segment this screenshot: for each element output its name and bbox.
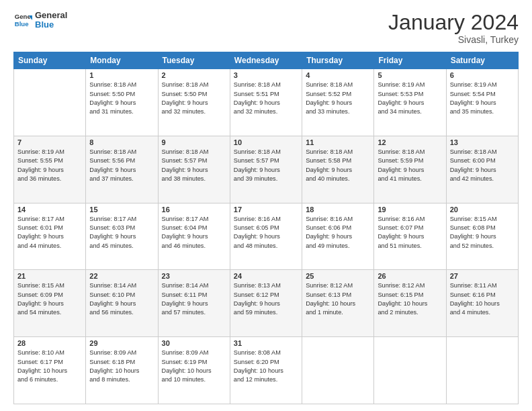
- calendar-cell: 4Sunrise: 8:18 AMSunset: 5:52 PMDaylight…: [302, 69, 374, 136]
- calendar-cell: 16Sunrise: 8:17 AMSunset: 6:04 PMDayligh…: [158, 203, 230, 270]
- day-info: Sunrise: 8:16 AMSunset: 6:06 PMDaylight:…: [306, 215, 370, 250]
- day-info: Sunrise: 8:19 AMSunset: 5:53 PMDaylight:…: [378, 81, 442, 116]
- calendar-cell: 12Sunrise: 8:18 AMSunset: 5:59 PMDayligh…: [374, 136, 446, 203]
- day-info: Sunrise: 8:14 AMSunset: 6:10 PMDaylight:…: [89, 281, 154, 317]
- day-number: 28: [17, 339, 82, 347]
- day-info: Sunrise: 8:17 AMSunset: 6:01 PMDaylight:…: [17, 215, 82, 250]
- month-title: January 2024: [388, 11, 519, 34]
- calendar-table: SundayMondayTuesdayWednesdayThursdayFrid…: [13, 52, 519, 404]
- calendar-cell: 14Sunrise: 8:17 AMSunset: 6:01 PMDayligh…: [14, 203, 86, 270]
- calendar-cell: 27Sunrise: 8:11 AMSunset: 6:16 PMDayligh…: [446, 270, 518, 337]
- day-number: 5: [378, 71, 442, 79]
- day-number: 23: [162, 272, 226, 280]
- calendar-cell: 18Sunrise: 8:16 AMSunset: 6:06 PMDayligh…: [302, 203, 374, 270]
- day-number: 29: [89, 339, 154, 347]
- day-info: Sunrise: 8:17 AMSunset: 6:04 PMDaylight:…: [162, 215, 226, 250]
- day-info: Sunrise: 8:14 AMSunset: 6:11 PMDaylight:…: [162, 281, 226, 317]
- day-info: Sunrise: 8:09 AMSunset: 6:19 PMDaylight:…: [162, 349, 226, 384]
- day-number: 12: [378, 138, 442, 146]
- header-day: Thursday: [302, 52, 374, 69]
- calendar-cell: 2Sunrise: 8:18 AMSunset: 5:50 PMDaylight…: [158, 69, 230, 136]
- day-number: 17: [234, 205, 298, 214]
- calendar-cell: 5Sunrise: 8:19 AMSunset: 5:53 PMDaylight…: [374, 69, 446, 136]
- calendar-cell: 24Sunrise: 8:13 AMSunset: 6:12 PMDayligh…: [230, 270, 302, 337]
- calendar-cell: 28Sunrise: 8:10 AMSunset: 6:17 PMDayligh…: [14, 337, 86, 404]
- day-number: 30: [162, 339, 226, 347]
- day-number: 26: [378, 272, 442, 280]
- day-info: Sunrise: 8:12 AMSunset: 6:13 PMDaylight:…: [306, 281, 370, 317]
- location: Sivasli, Turkey: [388, 34, 519, 45]
- calendar-cell: [14, 69, 86, 136]
- calendar-cell: 29Sunrise: 8:09 AMSunset: 6:18 PMDayligh…: [86, 337, 158, 404]
- calendar-cell: 11Sunrise: 8:18 AMSunset: 5:58 PMDayligh…: [302, 136, 374, 203]
- day-number: 1: [89, 71, 154, 79]
- day-info: Sunrise: 8:18 AMSunset: 5:52 PMDaylight:…: [306, 81, 370, 116]
- calendar-cell: 3Sunrise: 8:18 AMSunset: 5:51 PMDaylight…: [230, 69, 302, 136]
- day-info: Sunrise: 8:18 AMSunset: 5:57 PMDaylight:…: [162, 148, 226, 183]
- calendar-cell: 21Sunrise: 8:15 AMSunset: 6:09 PMDayligh…: [14, 270, 86, 337]
- header-day: Wednesday: [230, 52, 302, 69]
- day-info: Sunrise: 8:18 AMSunset: 5:51 PMDaylight:…: [234, 81, 298, 116]
- day-info: Sunrise: 8:08 AMSunset: 6:20 PMDaylight:…: [234, 349, 298, 384]
- svg-text:Blue: Blue: [15, 20, 29, 28]
- calendar-cell: 19Sunrise: 8:16 AMSunset: 6:07 PMDayligh…: [374, 203, 446, 270]
- day-info: Sunrise: 8:12 AMSunset: 6:15 PMDaylight:…: [378, 281, 442, 317]
- day-number: 3: [234, 71, 298, 79]
- header-day: Saturday: [446, 52, 518, 69]
- day-number: 6: [450, 71, 515, 79]
- calendar-cell: 22Sunrise: 8:14 AMSunset: 6:10 PMDayligh…: [86, 270, 158, 337]
- day-number: 2: [162, 71, 226, 79]
- day-info: Sunrise: 8:19 AMSunset: 5:54 PMDaylight:…: [450, 81, 515, 116]
- day-info: Sunrise: 8:11 AMSunset: 6:16 PMDaylight:…: [450, 281, 515, 317]
- day-info: Sunrise: 8:18 AMSunset: 6:00 PMDaylight:…: [450, 148, 515, 183]
- day-number: 9: [162, 138, 226, 146]
- day-info: Sunrise: 8:09 AMSunset: 6:18 PMDaylight:…: [89, 349, 154, 384]
- day-number: 19: [378, 205, 442, 214]
- day-number: 11: [306, 138, 370, 146]
- calendar-cell: [446, 337, 518, 404]
- calendar-cell: 20Sunrise: 8:15 AMSunset: 6:08 PMDayligh…: [446, 203, 518, 270]
- calendar-cell: 30Sunrise: 8:09 AMSunset: 6:19 PMDayligh…: [158, 337, 230, 404]
- calendar-cell: 6Sunrise: 8:19 AMSunset: 5:54 PMDaylight…: [446, 69, 518, 136]
- day-number: 20: [450, 205, 515, 214]
- day-number: 31: [234, 339, 298, 347]
- day-number: 25: [306, 272, 370, 280]
- day-info: Sunrise: 8:10 AMSunset: 6:17 PMDaylight:…: [17, 349, 82, 384]
- header-day: Sunday: [14, 52, 86, 69]
- calendar-cell: 26Sunrise: 8:12 AMSunset: 6:15 PMDayligh…: [374, 270, 446, 337]
- calendar-cell: 13Sunrise: 8:18 AMSunset: 6:00 PMDayligh…: [446, 136, 518, 203]
- day-number: 24: [234, 272, 298, 280]
- day-info: Sunrise: 8:15 AMSunset: 6:09 PMDaylight:…: [17, 281, 82, 317]
- logo-line1: General: [35, 11, 67, 20]
- calendar-cell: 7Sunrise: 8:19 AMSunset: 5:55 PMDaylight…: [14, 136, 86, 203]
- calendar-cell: 10Sunrise: 8:18 AMSunset: 5:57 PMDayligh…: [230, 136, 302, 203]
- calendar-cell: 9Sunrise: 8:18 AMSunset: 5:57 PMDaylight…: [158, 136, 230, 203]
- calendar-cell: [302, 337, 374, 404]
- day-info: Sunrise: 8:19 AMSunset: 5:55 PMDaylight:…: [17, 148, 82, 183]
- calendar-cell: 1Sunrise: 8:18 AMSunset: 5:50 PMDaylight…: [86, 69, 158, 136]
- day-number: 10: [234, 138, 298, 146]
- calendar-cell: 31Sunrise: 8:08 AMSunset: 6:20 PMDayligh…: [230, 337, 302, 404]
- day-number: 7: [17, 138, 82, 146]
- day-number: 8: [89, 138, 154, 146]
- day-info: Sunrise: 8:15 AMSunset: 6:08 PMDaylight:…: [450, 215, 515, 250]
- day-info: Sunrise: 8:18 AMSunset: 5:56 PMDaylight:…: [89, 148, 154, 183]
- logo: General Blue General Blue: [13, 11, 67, 30]
- header-day: Friday: [374, 52, 446, 69]
- day-info: Sunrise: 8:18 AMSunset: 5:59 PMDaylight:…: [378, 148, 442, 183]
- logo-line2: Blue: [35, 20, 67, 30]
- title-block: January 2024 Sivasli, Turkey: [388, 11, 519, 45]
- day-number: 13: [450, 138, 515, 146]
- calendar-cell: 17Sunrise: 8:16 AMSunset: 6:05 PMDayligh…: [230, 203, 302, 270]
- day-info: Sunrise: 8:16 AMSunset: 6:07 PMDaylight:…: [378, 215, 442, 250]
- day-number: 27: [450, 272, 515, 280]
- day-info: Sunrise: 8:18 AMSunset: 5:57 PMDaylight:…: [234, 148, 298, 183]
- header-day: Monday: [86, 52, 158, 69]
- day-number: 15: [89, 205, 154, 214]
- day-number: 21: [17, 272, 82, 280]
- calendar-cell: 15Sunrise: 8:17 AMSunset: 6:03 PMDayligh…: [86, 203, 158, 270]
- day-number: 16: [162, 205, 226, 214]
- day-number: 22: [89, 272, 154, 280]
- day-info: Sunrise: 8:18 AMSunset: 5:58 PMDaylight:…: [306, 148, 370, 183]
- day-number: 18: [306, 205, 370, 214]
